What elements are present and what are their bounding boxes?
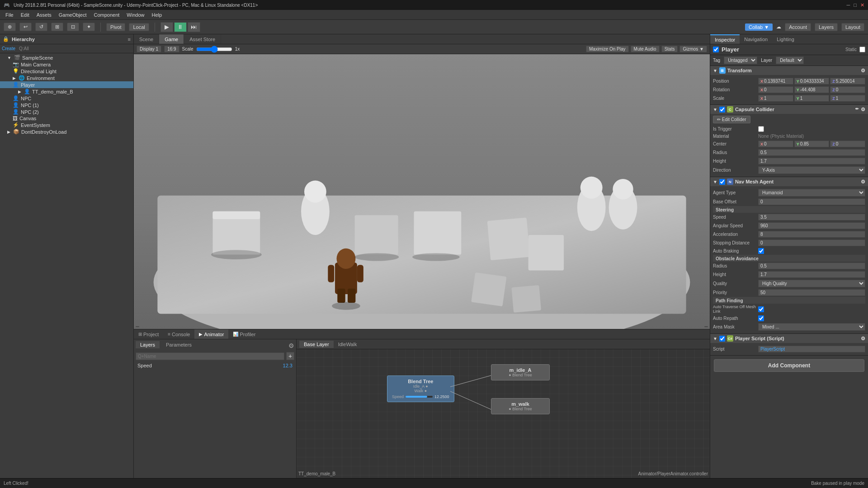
nav-mesh-enabled[interactable] — [719, 179, 725, 185]
params-search-input[interactable] — [136, 352, 284, 360]
lighting-tab[interactable]: Lighting — [772, 34, 799, 44]
step-button[interactable]: ⏭ — [188, 22, 200, 32]
play-button[interactable]: ▶ — [160, 22, 173, 32]
mute-audio-btn[interactable]: Mute Audio — [631, 46, 660, 52]
center-x[interactable]: X0 — [758, 141, 793, 147]
rotation-z-field[interactable]: Z0 — [830, 86, 865, 93]
hier-item-npc1[interactable]: 👤 NPC (1) — [0, 102, 133, 108]
nav-mesh-settings[interactable]: ⚙ — [861, 179, 865, 185]
player-script-enabled[interactable] — [719, 336, 725, 342]
player-script-settings[interactable]: ⚙ — [861, 336, 865, 342]
position-z-field[interactable]: Z5.250014 — [830, 78, 865, 84]
center-y[interactable]: Y0.85 — [794, 141, 830, 147]
transform-header[interactable]: ▼ ⊞ Transform ⚙ — [710, 66, 868, 75]
quality-select[interactable]: High Quality — [758, 280, 865, 287]
menu-window[interactable]: Window — [123, 11, 148, 19]
hier-item-maincamera[interactable]: 📷 Main Camera — [0, 61, 133, 68]
toolbar-icon-btn5[interactable]: ⊡ — [67, 23, 79, 31]
layers-button[interactable]: Layers — [815, 23, 838, 31]
tab-profiler[interactable]: 📊 Profiler — [228, 329, 260, 339]
blend-tree-node[interactable]: Blend Tree Idle_A ● Walk ● Speed 12.2500 — [387, 375, 454, 402]
menu-assets[interactable]: Assets — [33, 11, 55, 19]
close-btn[interactable]: ✕ — [860, 2, 864, 8]
navigation-tab[interactable]: Navigation — [740, 34, 772, 44]
agent-type-select[interactable]: Humanoid — [758, 189, 865, 197]
auto-braking-checkbox[interactable] — [758, 248, 764, 254]
account-button[interactable]: Account — [785, 23, 811, 31]
player-script-header[interactable]: ▼ C# Player Script (Script) ⚙ — [710, 334, 868, 343]
scale-z-field[interactable]: Z1 — [830, 95, 865, 102]
maximize-on-play-btn[interactable]: Maximize On Play — [586, 46, 629, 52]
layer-select[interactable]: Default — [776, 56, 804, 64]
stats-btn[interactable]: Stats — [661, 46, 678, 52]
hierarchy-create[interactable]: Create — [2, 46, 15, 51]
game-viewport[interactable] — [134, 54, 710, 329]
menu-file[interactable]: File — [2, 11, 17, 19]
maximize-btn[interactable]: □ — [854, 2, 857, 8]
direction-select[interactable]: Y-Axis — [758, 166, 865, 174]
tag-select[interactable]: Untagged — [724, 56, 757, 64]
capsule-collider-settings[interactable]: ⚙ — [861, 107, 865, 113]
stopping-distance-value[interactable]: 0 — [758, 239, 865, 246]
transform-settings-icon[interactable]: ⚙ — [861, 68, 865, 74]
tab-scene[interactable]: Scene — [134, 34, 159, 44]
rotation-x-field[interactable]: X0 — [758, 86, 793, 93]
layers-tab[interactable]: Layers — [136, 341, 160, 348]
hier-item-npc[interactable]: 👤 NPC — [0, 95, 133, 102]
toolbar-icon-btn6[interactable]: ✦ — [83, 23, 95, 31]
edit-collider-btn[interactable]: ✏ Edit Collider — [713, 116, 750, 123]
hier-item-environment[interactable]: ▶ 🌐 Environment — [0, 75, 133, 81]
mwalk-node[interactable]: m_walk ● Blend Tree — [491, 398, 550, 414]
animator-graph[interactable]: Base Layer IdleWalk Blend Tree Idle_A ● … — [297, 339, 710, 478]
radius-value-collider[interactable]: 0.5 — [758, 149, 865, 156]
speed-value[interactable]: 3.5 — [758, 214, 865, 221]
local-button[interactable]: Local — [129, 23, 149, 31]
inspector-tab[interactable]: Inspector — [710, 34, 740, 44]
toolbar-icon-btn3[interactable]: ↺ — [35, 23, 47, 31]
tab-console[interactable]: ≡ Console — [163, 329, 194, 339]
hier-item-eventsystem[interactable]: ⚡ EventSystem — [0, 122, 133, 128]
ratio-btn[interactable]: 16:9 — [164, 46, 179, 52]
capsule-collider-enabled[interactable] — [719, 107, 725, 113]
center-z[interactable]: Z0 — [830, 141, 865, 147]
rotation-y-field[interactable]: Y-44.408 — [794, 86, 830, 93]
position-y-field[interactable]: Y0.04333334 — [794, 78, 830, 84]
scale-slider[interactable] — [196, 46, 232, 53]
hier-item-samplescene[interactable]: ▼ 🎬 SampleScene — [0, 54, 133, 61]
hier-item-ttdemomale[interactable]: ▶ 👤 TT_demo_male_B — [0, 88, 133, 95]
menu-gameobject[interactable]: GameObject — [55, 11, 90, 19]
auto-traverse-checkbox[interactable] — [758, 306, 764, 312]
scale-y-field[interactable]: Y1 — [794, 95, 830, 102]
toolbar-icon-btn4[interactable]: ⊞ — [51, 23, 63, 31]
hier-item-canvas[interactable]: 🖼 Canvas — [0, 115, 133, 122]
tab-game[interactable]: Game — [159, 34, 184, 44]
collab-button[interactable]: Collab ▼ — [745, 23, 773, 31]
menu-component[interactable]: Component — [90, 11, 123, 19]
toolbar-icon-btn2[interactable]: ↩ — [19, 23, 32, 31]
object-active-checkbox[interactable] — [713, 47, 719, 52]
nav-mesh-header[interactable]: ▼ N Nav Mesh Agent ⚙ — [710, 177, 868, 186]
angular-speed-value[interactable]: 960 — [758, 222, 865, 229]
hier-item-npc2[interactable]: 👤 NPC (2) — [0, 108, 133, 115]
base-offset-value[interactable]: 0 — [758, 198, 865, 205]
edit-collider-icon[interactable]: ✏ — [855, 107, 859, 113]
is-trigger-checkbox[interactable] — [758, 126, 764, 132]
acceleration-value[interactable]: 8 — [758, 231, 865, 238]
tab-animator[interactable]: ▶ Animator — [194, 329, 228, 339]
midle-node[interactable]: m_idle_A ● Blend Tree — [491, 364, 550, 380]
params-settings-icon[interactable]: ⚙ — [288, 342, 294, 349]
add-component-button[interactable]: Add Component — [714, 359, 864, 372]
priority-value[interactable]: 50 — [758, 289, 865, 296]
auto-repath-checkbox[interactable] — [758, 315, 764, 321]
hierarchy-close[interactable]: ≡ — [128, 37, 131, 42]
hier-item-player[interactable]: 👤 Player — [0, 81, 133, 88]
baselayer-tab[interactable]: Base Layer — [299, 341, 334, 348]
display-btn[interactable]: Display 1 — [137, 46, 161, 52]
area-mask-select[interactable]: Mixed ... — [758, 323, 865, 331]
height-value-collider[interactable]: 1.7 — [758, 158, 865, 164]
radius-value-nav[interactable]: 0.5 — [758, 263, 865, 269]
minimize-btn[interactable]: ─ — [847, 2, 850, 8]
tab-assetstore[interactable]: Asset Store — [184, 34, 221, 44]
gizmos-btn[interactable]: Gizmos ▼ — [679, 46, 707, 52]
scale-x-field[interactable]: X1 — [758, 95, 793, 102]
